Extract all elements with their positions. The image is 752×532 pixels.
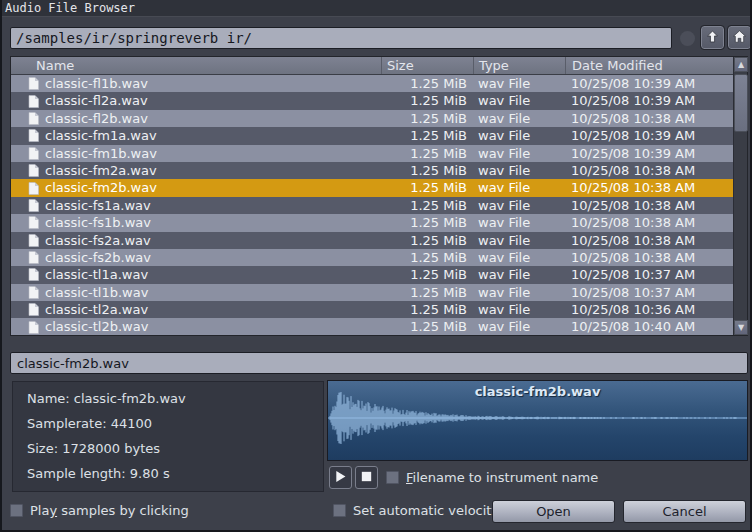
filename-input[interactable] — [10, 352, 748, 374]
table-header: Name Size Type Date Modified — [11, 57, 747, 75]
table-row[interactable]: classic-fs2a.wav1.25 MiBwav File10/25/08… — [11, 232, 733, 249]
table-row[interactable]: classic-fs2b.wav1.25 MiBwav File10/25/08… — [11, 249, 733, 266]
vertical-scrollbar[interactable]: ▲ ▼ — [733, 57, 747, 335]
scrollbar-up-button[interactable]: ▲ — [734, 57, 748, 72]
file-date-cell: 10/25/08 10:38 AM — [565, 214, 733, 231]
column-header-type[interactable]: Type — [473, 57, 565, 74]
table-row[interactable]: classic-fl2a.wav1.25 MiBwav File10/25/08… — [11, 92, 733, 109]
file-icon — [28, 286, 39, 299]
file-name-cell: classic-tl1b.wav — [11, 284, 381, 301]
info-size: Size: 1728000 bytes — [13, 432, 323, 457]
file-date-cell: 10/25/08 10:40 AM — [565, 318, 733, 335]
table-row[interactable]: classic-fm2a.wav1.25 MiBwav File10/25/08… — [11, 162, 733, 179]
file-size-cell: 1.25 MiB — [381, 232, 473, 249]
sample-info-panel: Name: classic-fm2b.wav Samplerate: 44100… — [12, 381, 324, 492]
table-row[interactable]: classic-tl2b.wav1.25 MiBwav File10/25/08… — [11, 318, 733, 335]
table-row[interactable]: classic-fl2b.wav1.25 MiBwav File10/25/08… — [11, 110, 733, 127]
file-name-cell: classic-fm1a.wav — [11, 127, 381, 144]
file-type-cell: wav File — [473, 197, 565, 214]
table-row[interactable]: classic-tl1b.wav1.25 MiBwav File10/25/08… — [11, 284, 733, 301]
scrollbar-down-button[interactable]: ▼ — [734, 320, 748, 335]
file-type-cell: wav File — [473, 110, 565, 127]
open-button[interactable]: Open — [492, 500, 615, 523]
file-icon — [28, 199, 39, 212]
file-icon — [28, 303, 39, 316]
file-icon — [28, 112, 39, 125]
table-row[interactable]: classic-fm1a.wav1.25 MiBwav File10/25/08… — [11, 127, 733, 144]
file-size-cell: 1.25 MiB — [381, 127, 473, 144]
file-size-cell: 1.25 MiB — [381, 266, 473, 283]
file-type-cell: wav File — [473, 75, 565, 92]
file-date-cell: 10/25/08 10:39 AM — [565, 127, 733, 144]
play-samples-checkbox[interactable] — [10, 504, 23, 517]
file-date-cell: 10/25/08 10:37 AM — [565, 284, 733, 301]
file-name-cell: classic-tl2b.wav — [11, 318, 381, 335]
file-name-cell: classic-tl2a.wav — [11, 301, 381, 318]
file-type-cell: wav File — [473, 179, 565, 196]
file-icon — [28, 234, 39, 247]
file-name-cell: classic-fl2a.wav — [11, 92, 381, 109]
file-date-cell: 10/25/08 10:38 AM — [565, 249, 733, 266]
file-name-cell: classic-fl1b.wav — [11, 75, 381, 92]
file-name-cell: classic-fm2a.wav — [11, 162, 381, 179]
table-row[interactable]: classic-tl1a.wav1.25 MiBwav File10/25/08… — [11, 266, 733, 283]
file-icon — [28, 164, 39, 177]
auto-velocity-checkbox[interactable] — [333, 504, 346, 517]
waveform-title: classic-fm2b.wav — [328, 384, 747, 399]
file-size-cell: 1.25 MiB — [381, 162, 473, 179]
stop-button[interactable] — [355, 466, 378, 489]
file-date-cell: 10/25/08 10:37 AM — [565, 266, 733, 283]
play-button[interactable] — [329, 466, 352, 489]
file-size-cell: 1.25 MiB — [381, 318, 473, 335]
column-header-size[interactable]: Size — [381, 57, 473, 74]
file-type-cell: wav File — [473, 266, 565, 283]
file-date-cell: 10/25/08 10:38 AM — [565, 162, 733, 179]
file-type-cell: wav File — [473, 214, 565, 231]
column-header-date-modified[interactable]: Date Modified — [565, 57, 747, 74]
scrollbar-thumb[interactable] — [734, 74, 748, 132]
file-size-cell: 1.25 MiB — [381, 284, 473, 301]
table-row[interactable]: classic-fs1a.wav1.25 MiBwav File10/25/08… — [11, 197, 733, 214]
audio-file-browser-window: Audio File Browser Name Size Type Date M… — [0, 0, 752, 532]
file-date-cell: 10/25/08 10:38 AM — [565, 197, 733, 214]
file-type-cell: wav File — [473, 232, 565, 249]
file-icon — [28, 251, 39, 264]
table-row[interactable]: classic-fm2b.wav1.25 MiBwav File10/25/08… — [11, 179, 733, 196]
play-samples-row: Play samples by clicking — [10, 503, 189, 518]
play-icon — [334, 470, 347, 486]
path-input[interactable] — [10, 27, 672, 49]
up-directory-button[interactable] — [701, 26, 724, 49]
file-icon — [28, 182, 39, 195]
info-samplerate: Samplerate: 44100 — [13, 407, 323, 432]
file-name-cell: classic-fs1b.wav — [11, 214, 381, 231]
file-name-cell: classic-fl2b.wav — [11, 110, 381, 127]
file-date-cell: 10/25/08 10:38 AM — [565, 110, 733, 127]
checkbox-label: Pla — [30, 503, 49, 518]
scrollbar-up-icon: ▲ — [738, 61, 744, 69]
file-list: classic-fl1b.wav1.25 MiBwav File10/25/08… — [11, 75, 733, 335]
checkbox-label: ilename to instrument name — [413, 470, 599, 485]
led-indicator — [680, 31, 695, 46]
file-icon — [28, 129, 39, 142]
file-type-cell: wav File — [473, 301, 565, 318]
file-type-cell: wav File — [473, 145, 565, 162]
file-icon — [28, 321, 39, 334]
table-row[interactable]: classic-fl1b.wav1.25 MiBwav File10/25/08… — [11, 75, 733, 92]
filename-to-instrument-row: Filename to instrument name — [386, 470, 598, 485]
file-date-cell: 10/25/08 10:38 AM — [565, 232, 733, 249]
table-row[interactable]: classic-fs1b.wav1.25 MiBwav File10/25/08… — [11, 214, 733, 231]
file-date-cell: 10/25/08 10:38 AM — [565, 179, 733, 196]
filename-to-instrument-checkbox[interactable] — [386, 471, 399, 484]
file-icon — [28, 147, 39, 160]
file-size-cell: 1.25 MiB — [381, 301, 473, 318]
table-row[interactable]: classic-tl2a.wav1.25 MiBwav File10/25/08… — [11, 301, 733, 318]
file-size-cell: 1.25 MiB — [381, 249, 473, 266]
file-size-cell: 1.25 MiB — [381, 110, 473, 127]
window-title: Audio File Browser — [2, 0, 750, 17]
home-button[interactable] — [728, 26, 751, 49]
column-header-name[interactable]: Name — [11, 57, 381, 74]
home-icon — [733, 30, 746, 46]
table-row[interactable]: classic-fm1b.wav1.25 MiBwav File10/25/08… — [11, 145, 733, 162]
cancel-button[interactable]: Cancel — [623, 500, 746, 523]
file-table: Name Size Type Date Modified classic-fl1… — [10, 56, 748, 336]
